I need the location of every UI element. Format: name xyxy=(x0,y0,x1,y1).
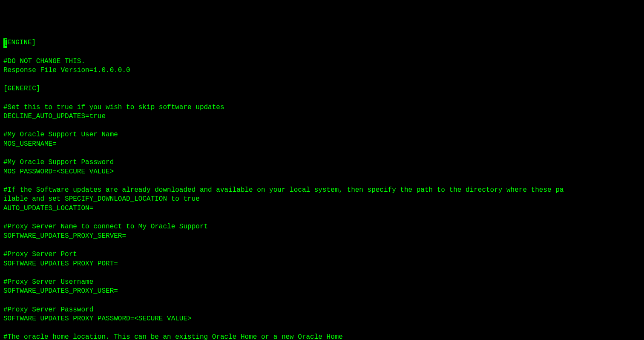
terminal-view[interactable]: [ENGINE] #DO NOT CHANGE THIS. Response F… xyxy=(3,38,641,340)
text-cursor: [ xyxy=(3,38,7,48)
